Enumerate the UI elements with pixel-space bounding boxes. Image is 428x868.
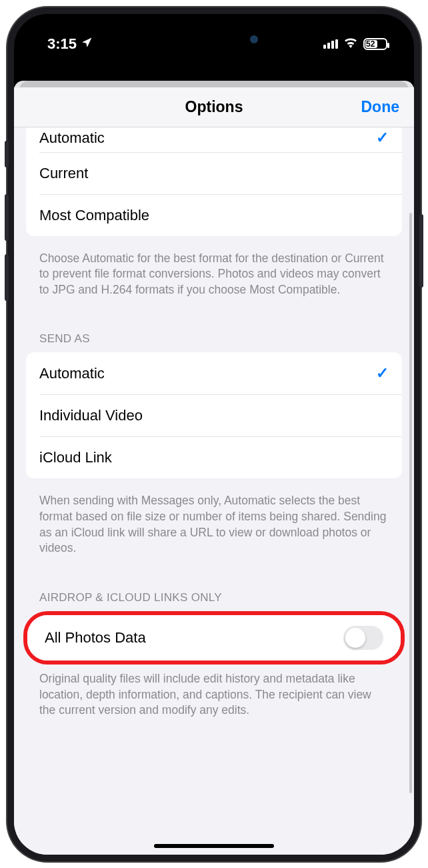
sheet-stack: Options Done Automatic ✓ Current Most bbox=[14, 81, 414, 855]
row-label: Individual Video bbox=[39, 407, 143, 424]
send-as-header: SEND AS bbox=[26, 318, 402, 352]
cellular-signal-icon bbox=[323, 39, 338, 49]
send-as-row-automatic[interactable]: Automatic ✓ bbox=[26, 352, 402, 394]
scroll-area[interactable]: Automatic ✓ Current Most Compatible Choo… bbox=[14, 127, 414, 855]
send-as-group: Automatic ✓ Individual Video iCloud Link bbox=[26, 352, 402, 478]
nav-bar: Options Done bbox=[14, 87, 414, 127]
checkmark-icon: ✓ bbox=[376, 129, 389, 147]
done-button[interactable]: Done bbox=[361, 98, 400, 116]
format-row-most-compatible[interactable]: Most Compatible bbox=[39, 194, 402, 236]
send-as-footer: When sending with Messages only, Automat… bbox=[26, 486, 402, 576]
airdrop-footer: Original quality files will include edit… bbox=[26, 665, 402, 739]
all-photos-data-toggle[interactable] bbox=[343, 626, 383, 650]
phone-frame: 3:15 52 bbox=[7, 7, 421, 861]
scrollbar[interactable] bbox=[409, 213, 412, 793]
highlight-annotation: All Photos Data bbox=[23, 611, 405, 665]
screen: 3:15 52 bbox=[14, 14, 414, 855]
camera-dot bbox=[250, 35, 258, 43]
row-label: Current bbox=[39, 165, 88, 182]
row-label: Most Compatible bbox=[39, 207, 149, 224]
toggle-knob bbox=[345, 628, 365, 648]
wifi-icon bbox=[343, 37, 358, 51]
row-label: Automatic bbox=[39, 365, 105, 382]
airdrop-header: AIRDROP & ICLOUD LINKS ONLY bbox=[26, 576, 402, 611]
row-label: iCloud Link bbox=[39, 449, 112, 466]
volume-up-button bbox=[5, 194, 9, 241]
location-icon bbox=[81, 35, 93, 53]
battery-pct: 52 bbox=[366, 39, 375, 49]
checkmark-icon: ✓ bbox=[376, 364, 389, 382]
send-as-row-icloud-link[interactable]: iCloud Link bbox=[39, 436, 402, 478]
volume-down-button bbox=[5, 254, 9, 301]
format-footer: Choose Automatic for the best format for… bbox=[26, 244, 402, 318]
format-row-automatic[interactable]: Automatic ✓ bbox=[26, 127, 402, 152]
options-sheet: Options Done Automatic ✓ Current Most bbox=[14, 87, 414, 855]
nav-title: Options bbox=[185, 98, 243, 116]
row-label: All Photos Data bbox=[45, 629, 146, 646]
power-button bbox=[419, 214, 423, 288]
airdrop-group: All Photos Data bbox=[27, 615, 401, 661]
ringer-switch bbox=[5, 141, 9, 167]
battery-icon: 52 bbox=[363, 38, 387, 50]
format-row-current[interactable]: Current bbox=[39, 152, 402, 194]
row-label: Automatic bbox=[39, 129, 105, 147]
send-as-row-individual-video[interactable]: Individual Video bbox=[39, 394, 402, 436]
all-photos-data-row[interactable]: All Photos Data bbox=[27, 615, 401, 661]
dynamic-island bbox=[161, 26, 267, 53]
format-group: Automatic ✓ Current Most Compatible bbox=[26, 127, 402, 236]
home-indicator[interactable] bbox=[154, 844, 274, 848]
status-time: 3:15 bbox=[47, 35, 77, 53]
